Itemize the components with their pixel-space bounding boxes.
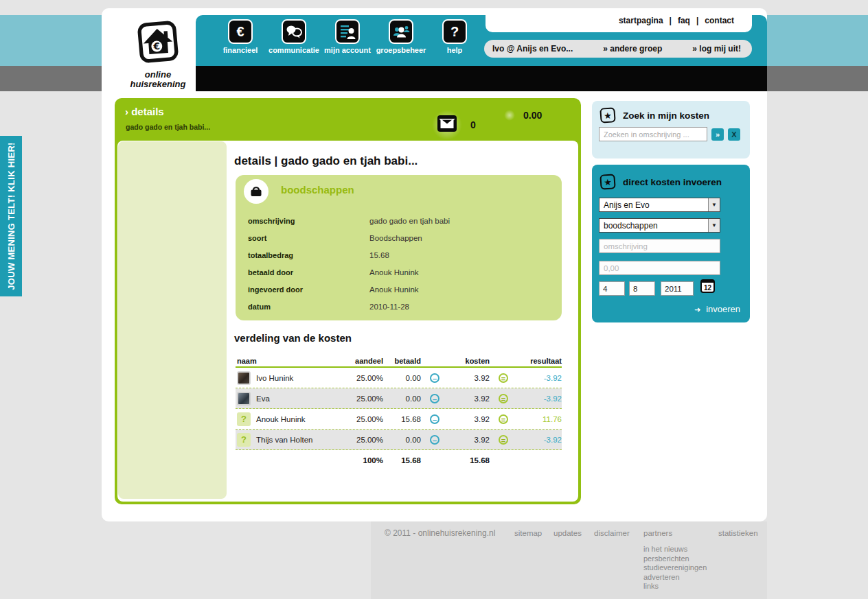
partner-link[interactable]: in het nieuws [643,545,707,554]
field-value: 15.68 [369,251,389,259]
field-value: Anouk Hunink [369,268,419,277]
circle-equals-icon: = [499,435,508,445]
logout-link[interactable]: » log mij uit! [692,44,741,54]
nav-item-groepsbeheer[interactable]: groepsbeheer [374,19,428,54]
balance-indicator[interactable]: 0.00 [504,110,542,121]
group-select[interactable]: Anijs en Evo ▼ [599,198,720,212]
user-bar: Ivo @ Anijs en Evo... » andere groep » l… [484,40,752,58]
table-row: ? Anouk Hunink 25.00% 15.68 – 3.92 = 11.… [236,409,562,430]
circle-minus-icon: – [430,373,439,383]
house-euro-logo-icon: € [134,18,182,66]
question-icon: ? [442,19,467,44]
table-row: Ivo Hunink 25.00% 0.00 – 3.92 = -3.92 [236,368,562,388]
total-share: 100% [335,456,383,465]
search-clear-button[interactable]: X [728,128,740,141]
envelope-icon [432,110,462,140]
category-title: boodschappen [281,184,354,196]
details-panel: › details gado gado en tjah babi... 0 0.… [115,98,581,504]
detail-row: betaald door Anouk Hunink [248,263,550,281]
opinion-ribbon[interactable]: JOUW MENING TELT! KLIK HIER! [0,136,22,296]
partner-link[interactable]: persberichten [643,554,707,564]
link-contact[interactable]: contact [705,16,734,25]
separator: | [670,16,672,25]
month-input[interactable] [629,281,655,296]
group-icon [389,19,413,44]
year-input[interactable] [661,281,694,296]
copyright: © 2011 - onlinehuisrekening.nl [385,528,495,538]
partner-link[interactable]: links [643,582,707,591]
euro-icon: € [228,19,253,44]
col-betaald: betaald [383,357,421,365]
partner-link[interactable]: adverteren [643,573,707,583]
member-name: Ivo Hunink [256,374,293,382]
field-value: Anouk Hunink [369,285,419,294]
field-label: betaald door [248,268,369,277]
amount-input[interactable] [599,261,720,275]
chevron-down-icon: ▼ [708,219,720,232]
total-cost: 15.68 [448,456,490,465]
day-input[interactable] [599,281,625,296]
field-label: datum [248,303,369,311]
link-startpagina[interactable]: startpagina [619,16,663,25]
separator: | [696,16,698,25]
category-select[interactable]: boodschappen ▼ [599,218,720,233]
search-box-title: Zoek in mijn kosten [623,110,709,121]
quick-entry-title: direct kosten invoeren [623,177,722,187]
result-value: -3.92 [517,436,562,444]
nav-item-help[interactable]: ? help [428,19,481,54]
result-value: 11.76 [517,415,562,423]
calendar-icon[interactable]: 12 [700,279,715,293]
detail-row: soort Boodschappen [248,229,550,246]
field-value: 2010-11-28 [369,303,409,311]
col-aandeel: aandeel [335,357,383,365]
circle-minus-icon: – [430,435,439,445]
footer-link-sitemap[interactable]: sitemap [514,529,542,537]
result-value: -3.92 [517,374,562,382]
table-row: ? Thijs van Holten 25.00% 0.00 – 3.92 = … [236,430,562,450]
col-resultaat: resultaat [517,357,562,365]
page-title: details | gado gado en tjah babi... [234,154,418,168]
detail-row: totaalbedrag 15.68 [248,246,550,263]
cost-distribution-title: verdeling van de kosten [234,332,352,344]
field-label: soort [248,234,369,242]
circle-minus-icon: – [430,394,439,403]
breadcrumb-title: › details [125,106,164,117]
balance-amount: 0.00 [523,110,542,121]
current-user-group: Ivo @ Anijs en Evo... [492,44,573,54]
footer-link-partners[interactable]: partners [643,529,672,537]
submit-expense-link[interactable]: ➜invoeren [694,304,740,314]
speech-bubbles-icon [282,19,306,44]
star-icon: ★ [599,174,615,189]
logo-text: online huisrekening [114,70,202,89]
footer-link-statistieken[interactable]: statistieken [718,529,758,537]
nav-item-mijn-account[interactable]: mijn account [321,19,374,54]
opinion-ribbon-label: JOUW MENING TELT! KLIK HIER! [6,142,16,290]
table-header: naam aandeel betaald kosten resultaat [236,355,562,368]
logo[interactable]: € online huisrekening [114,18,202,97]
account-list-icon [335,19,360,44]
arrow-right-icon: ➜ [694,305,700,314]
star-icon: ★ [599,107,615,123]
nav-item-financieel[interactable]: € financieel [214,19,267,54]
messages-indicator[interactable]: 0 [432,110,476,140]
expense-detail-card: boodschappen omschrijving gado gado en t… [236,175,562,320]
unknown-avatar: ? [237,433,251,447]
description-input[interactable] [599,239,720,253]
footer-link-disclaimer[interactable]: disclaimer [594,529,630,537]
shopping-bag-icon [244,179,269,204]
link-faq[interactable]: faq [678,16,690,25]
partner-link[interactable]: studieverenigingen [643,563,707,573]
minus-badge-icon [504,110,515,121]
switch-group-link[interactable]: » andere groep [603,44,662,54]
col-naam: naam [236,357,335,365]
search-input[interactable] [599,127,707,141]
total-paid: 15.68 [383,456,421,465]
footer-link-updates[interactable]: updates [553,529,582,537]
search-go-button[interactable]: » [711,128,724,141]
avatar [237,371,251,385]
field-label: omschrijving [248,217,369,225]
quick-entry-box: ★ direct kosten invoeren Anijs en Evo ▼ … [592,165,750,322]
field-value: gado gado en tjah babi [369,217,450,225]
nav-item-communicatie[interactable]: communicatie [267,19,321,54]
circle-equals-icon: = [499,373,508,383]
